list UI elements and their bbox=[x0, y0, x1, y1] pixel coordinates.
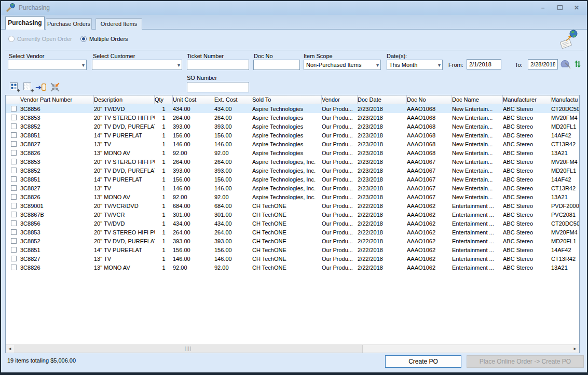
row-checkbox[interactable] bbox=[11, 132, 17, 138]
scrollbar-thumb[interactable]: |||| bbox=[14, 345, 363, 353]
cell-docno: AAAO1062 bbox=[407, 201, 452, 210]
table-row[interactable]: 3C885114" TV PUREFLAT1156.00156.00Aspire… bbox=[6, 175, 579, 184]
column-header[interactable]: Vendor Part Number bbox=[20, 95, 94, 104]
cell-part: 3C8851 bbox=[20, 131, 94, 140]
row-checkbox[interactable] bbox=[11, 256, 17, 261]
table-row[interactable]: 3C882713" TV1146.00146.00CH TechONEOur P… bbox=[6, 254, 579, 263]
column-header[interactable]: Vendor bbox=[322, 95, 358, 104]
table-row[interactable]: 3C882713" TV1146.00146.00Aspire Technolo… bbox=[6, 140, 579, 148]
so-number-input[interactable] bbox=[187, 82, 249, 92]
select-customer-combobox[interactable]: ▾ bbox=[92, 60, 182, 70]
doc-no-input[interactable] bbox=[253, 60, 300, 70]
dates-value: This Month bbox=[389, 62, 417, 68]
cell-docdate: 2/23/2018 bbox=[358, 113, 407, 122]
column-header[interactable]: Sold To bbox=[252, 95, 322, 104]
cell-unit: 393.00 bbox=[173, 166, 214, 175]
row-checkbox[interactable] bbox=[11, 229, 17, 235]
table-row[interactable]: 3C885220" TV DVD, PUREFLAT, AV1393.00393… bbox=[6, 237, 579, 245]
edit-dates-icon[interactable] bbox=[560, 59, 572, 70]
column-header[interactable]: Manufactu bbox=[551, 95, 579, 104]
select-vendor-combobox[interactable]: ▾ bbox=[8, 60, 87, 70]
column-header[interactable]: Doc Name bbox=[452, 95, 503, 104]
scroll-right-arrow[interactable]: ► bbox=[571, 345, 579, 353]
minimize-button[interactable]: – bbox=[537, 3, 549, 12]
tab-purchase-orders[interactable]: Purchase Orders bbox=[46, 18, 92, 30]
cell-mfr: ABC Stereo bbox=[503, 263, 551, 272]
column-header[interactable]: Qty bbox=[155, 95, 173, 104]
create-po-button[interactable]: Create PO bbox=[385, 355, 461, 368]
table-row[interactable]: 3C8867B20" TV/VCR1301.00301.00CH TechONE… bbox=[6, 210, 579, 219]
cell-ext: 156.00 bbox=[214, 245, 252, 254]
close-button[interactable]: ✕ bbox=[570, 3, 583, 12]
add-items-to-order-icon[interactable] bbox=[35, 82, 47, 92]
to-date-input[interactable] bbox=[528, 59, 558, 70]
row-checkbox[interactable] bbox=[11, 238, 17, 244]
dates-combobox[interactable]: This Month ▾ bbox=[387, 60, 443, 70]
cell-ext: 434.00 bbox=[214, 104, 252, 113]
row-checkbox[interactable] bbox=[11, 247, 17, 253]
table-row[interactable]: 3C885220" TV DVD, PUREFLAT, AV1393.00393… bbox=[6, 122, 579, 131]
row-checkbox[interactable] bbox=[11, 220, 17, 226]
column-header[interactable]: Doc Date bbox=[358, 95, 407, 104]
checkbox-column-header[interactable] bbox=[6, 95, 20, 104]
row-checkbox[interactable] bbox=[11, 203, 17, 209]
scroll-left-arrow[interactable]: ◄ bbox=[6, 345, 14, 353]
table-row[interactable]: 3C882613" MONO AV192.0092.00CH TechONEOu… bbox=[6, 263, 579, 272]
cell-mfr: ABC Stereo bbox=[503, 201, 551, 210]
row-checkbox[interactable] bbox=[11, 106, 17, 112]
table-row[interactable]: 3C8900120" TV/VCR/DVD1684.00684.00CH Tec… bbox=[6, 201, 579, 210]
app-icon bbox=[5, 3, 16, 13]
table-row[interactable]: 3C885114" TV PUREFLAT1156.00156.00CH Tec… bbox=[6, 245, 579, 254]
column-header[interactable]: Unit Cost bbox=[173, 95, 214, 104]
tab-ordered-items[interactable]: Ordered Items bbox=[95, 18, 142, 30]
ticket-number-input[interactable] bbox=[187, 60, 249, 70]
row-checkbox[interactable] bbox=[11, 212, 17, 217]
table-row[interactable]: 3C885620" TV/DVD1434.00434.00CH TechONEO… bbox=[6, 219, 579, 228]
row-checkbox[interactable] bbox=[11, 123, 17, 129]
column-header[interactable]: Doc No bbox=[407, 95, 452, 104]
tabstrip: Purchasing Purchase Orders Ordered Items bbox=[1, 15, 587, 30]
select-all-rows-icon[interactable] bbox=[9, 82, 21, 92]
cell-docno: AAAO1067 bbox=[407, 184, 452, 192]
table-row[interactable]: 3C882613" MONO AV192.0092.00Aspire Techn… bbox=[6, 148, 579, 157]
from-date-input[interactable] bbox=[467, 59, 501, 70]
row-checkbox[interactable] bbox=[11, 185, 17, 191]
horizontal-scrollbar[interactable]: ◄ |||| ► bbox=[6, 344, 579, 353]
table-row[interactable]: 3C885320" TV STEREO HIFI PUREF...1264.00… bbox=[6, 113, 579, 122]
table-row[interactable]: 3C882713" TV1146.00146.00Aspire Technolo… bbox=[6, 184, 579, 192]
table-row[interactable]: 3C885620" TV/DVD1434.00434.00Aspire Tech… bbox=[6, 104, 579, 113]
row-checkbox[interactable] bbox=[11, 159, 17, 164]
item-scope-combobox[interactable]: Non-Purchased Items ▾ bbox=[304, 60, 381, 70]
row-checkbox[interactable] bbox=[11, 141, 17, 147]
cell-soldto: Aspire Technologies, Inc. bbox=[252, 175, 322, 184]
row-checkbox[interactable] bbox=[11, 265, 17, 270]
row-checkbox[interactable] bbox=[11, 168, 17, 173]
row-checkbox[interactable] bbox=[11, 150, 17, 156]
table-row[interactable]: 3C882613" MONO AV192.0092.00Aspire Techn… bbox=[6, 192, 579, 201]
tab-purchasing[interactable]: Purchasing bbox=[5, 16, 45, 30]
radio-multiple-orders[interactable]: Multiple Orders bbox=[80, 36, 128, 42]
row-checkbox[interactable] bbox=[11, 194, 17, 200]
place-online-order-icon[interactable] bbox=[557, 30, 579, 49]
row-checkbox[interactable] bbox=[11, 176, 17, 182]
cell-ext: 264.00 bbox=[214, 228, 252, 237]
column-header[interactable]: Ext. Cost bbox=[214, 95, 252, 104]
cell-part: 3C8856 bbox=[20, 219, 94, 228]
table-row[interactable]: 3C885320" TV STEREO HIFI PUREF...1264.00… bbox=[6, 157, 579, 166]
table-row[interactable]: 3C885114" TV PUREFLAT1156.00156.00Aspire… bbox=[6, 131, 579, 140]
table-row[interactable]: 3C885320" TV STEREO HIFI PUREF...1264.00… bbox=[6, 228, 579, 237]
cell-desc: 20" TV DVD, PUREFLAT, AV bbox=[94, 166, 155, 175]
column-header[interactable]: Description bbox=[94, 95, 155, 104]
maximize-button[interactable] bbox=[554, 3, 566, 12]
column-header[interactable]: Manufacturer bbox=[503, 95, 551, 104]
collapse-grid-icon[interactable] bbox=[49, 82, 61, 92]
cell-mfr: ABC Stereo bbox=[503, 104, 551, 113]
cell-mfrpart: 13A21 bbox=[551, 263, 579, 272]
row-checkbox[interactable] bbox=[11, 115, 17, 120]
deselect-all-rows-icon[interactable] bbox=[23, 82, 34, 92]
refresh-icon[interactable] bbox=[574, 60, 581, 68]
place-online-order-button: Place Online Order -> Create PO bbox=[467, 355, 584, 368]
cell-ext: 146.00 bbox=[214, 254, 252, 263]
cell-desc: 20" TV/DVD bbox=[94, 219, 155, 228]
table-row[interactable]: 3C885220" TV DVD, PUREFLAT, AV1393.00393… bbox=[6, 166, 579, 175]
